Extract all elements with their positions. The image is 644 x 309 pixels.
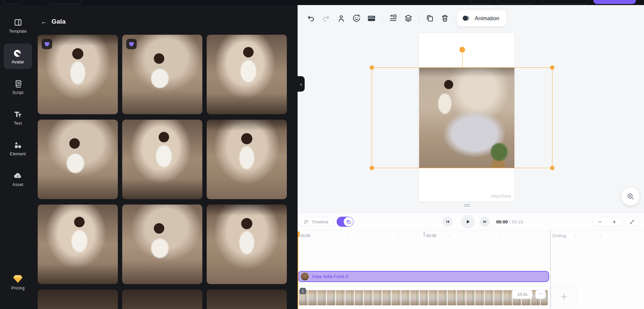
redo-button[interactable] [321,14,331,23]
element-icon [13,140,23,150]
sidebar-item-label: Avatar [11,60,24,64]
sidebar-item-asset[interactable]: Asset [4,166,32,192]
sidebar-item-label: Script [12,90,23,95]
collapse-arrows-icon [629,219,635,225]
topbar-button-partial[interactable] [471,0,491,4]
duplicate-small-icon [346,219,351,224]
topbar-button-partial[interactable] [47,0,81,4]
watermark: HeyGen [492,193,511,199]
play-button[interactable] [461,215,475,228]
rotation-handle[interactable] [459,47,465,53]
back-button[interactable]: ← [41,18,47,25]
zoom-in-button[interactable]: + [607,217,622,226]
clip-duration-badge: 10.0s [512,290,533,299]
panel-collapse-button[interactable]: ‹ [298,76,305,92]
avatar-icon [13,48,23,58]
sidebar-item-pricing[interactable]: Pricing [4,270,32,295]
ruler-tick [348,235,348,236]
scene-filmstrip[interactable] [299,290,548,305]
avatar-track-clip[interactable]: Gala Sofa Front 3 [298,271,549,282]
sidebar-item-text[interactable]: Text [4,105,32,130]
scenes-tool-button[interactable] [367,14,376,23]
resize-handle-sw[interactable] [370,166,374,170]
timeline-toggle-button[interactable]: Timeline [300,217,333,226]
time-current: 00:00 [496,219,508,224]
layout-tool-button[interactable] [388,14,398,23]
resize-handle-nw[interactable] [370,65,374,70]
sidebar-item-avatar[interactable]: Avatar [4,43,32,69]
canvas-zoom-button[interactable] [621,187,640,206]
add-scene-button[interactable]: + [551,286,577,309]
time-display: 00:00 / 00:10 [496,213,523,230]
resize-handle-se[interactable] [550,166,554,170]
sidebar-item-script[interactable]: Script [4,74,32,100]
sidebar-item-template[interactable]: Template [4,13,32,38]
magnifier-plus-icon [626,192,635,200]
pricing-gem-icon [13,274,23,284]
avatar-look-armchair[interactable] [38,205,118,284]
delete-button[interactable] [440,14,449,23]
time-separator: / [509,219,511,224]
scene-mode-toggle[interactable] [337,217,353,227]
topbar-submit-button[interactable] [594,0,636,4]
avatar-look-partial[interactable] [122,289,202,309]
timeline-lines-icon [303,219,309,225]
scene-clip[interactable]: 1 10.0s ⋯ [298,286,549,309]
top-bar [0,0,644,5]
avatar-look-standing-mirror[interactable] [38,35,118,114]
duplicate-button[interactable] [425,14,434,23]
animation-button[interactable]: Animation [457,10,507,26]
timeline-panel: Timeline 00:00 / 00:10 − [298,213,644,309]
ruler-tick [449,235,449,236]
skip-start-button[interactable] [443,217,453,227]
undo-button[interactable] [306,14,315,23]
ruler-mid-label: 00:05 [426,234,436,238]
heygen-editor: Template Avatar Script Text [0,0,644,309]
canvas-area: ‹ [298,5,644,213]
canvas-toolbar: Animation [306,13,507,23]
playhead-handle[interactable] [298,231,300,237]
animation-label: Animation [475,15,499,22]
toggle-knob [344,217,353,226]
sidebar-item-element[interactable]: Element [4,135,32,161]
toolbar-divider [419,14,419,23]
avatar-look-partial[interactable] [38,289,118,309]
avatar-look-standing-tablet[interactable] [122,35,202,114]
page-title: Gala [52,18,66,25]
ruler-start-label: 00:00 [300,234,310,238]
sidebar-item-label: Text [14,121,22,126]
topbar-button-partial[interactable] [3,0,22,4]
avatar-tool-button[interactable] [337,14,346,23]
avatar-look-sofa-tablet[interactable] [122,120,202,199]
gesture-tool-button[interactable] [352,14,361,23]
avatar-video-layer[interactable] [419,67,514,168]
avatar-look-standing-couch[interactable] [38,120,118,199]
skip-end-button[interactable] [480,217,490,227]
zoom-out-button[interactable]: − [593,217,607,226]
ruler-tick [500,235,500,236]
avatar-look-partial[interactable] [207,289,287,309]
collapse-timeline-button[interactable] [625,217,639,227]
canvas-resize-handle[interactable] [464,204,470,207]
video-canvas[interactable]: HeyGen [419,33,514,202]
layout-icon [389,14,398,23]
template-icon [13,18,23,27]
layers-tool-button[interactable] [404,14,413,23]
clip-more-button[interactable]: ⋯ [535,290,546,299]
avatar-look-closeup-standing[interactable] [207,120,287,199]
favorite-badge[interactable] [126,39,137,49]
sidebar: Template Avatar Script Text [0,5,36,309]
toolbar-divider [382,14,382,23]
topbar-button-partial[interactable] [497,0,535,4]
resize-handle-ne[interactable] [550,65,554,70]
sidebar-item-label: Element [10,152,26,156]
topbar-button-partial[interactable] [542,0,588,4]
avatar-look-sofa-blanket-book[interactable] [122,205,202,284]
avatar-look-desk[interactable] [207,205,287,284]
scene-number-badge: 1 [300,288,306,294]
avatar-look-sofa-arm[interactable] [207,35,287,114]
favorite-badge[interactable] [42,39,52,49]
play-icon [465,219,471,224]
timeline-label: Timeline [311,219,329,224]
time-total: 00:10 [512,219,523,224]
